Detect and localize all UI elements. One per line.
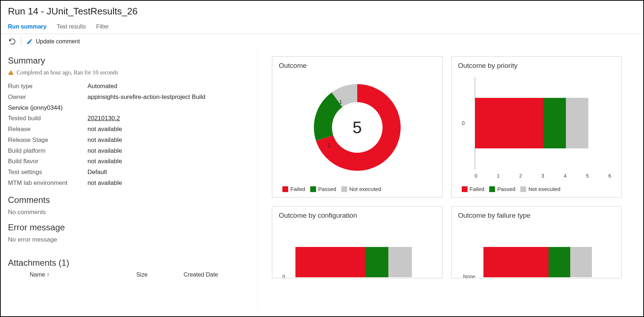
- owner-value: appinsights-surefire-action-testproject …: [88, 92, 205, 103]
- tab-run-summary[interactable]: Run summary: [8, 23, 47, 30]
- release-label: Release: [8, 124, 88, 135]
- card-outcome-title: Outcome: [279, 62, 436, 70]
- comments-body: No comments: [8, 209, 250, 216]
- donut-total: 5: [353, 118, 362, 137]
- release-stage-label: Release Stage: [8, 135, 88, 146]
- build-flavor-label: Build flavor: [8, 156, 88, 167]
- run-type-label: Run type: [8, 81, 88, 92]
- donut-chart[interactable]: 5 3 1 1: [292, 73, 422, 182]
- error-heading: Error message: [8, 222, 250, 233]
- owner-label: Owner: [8, 92, 88, 103]
- tab-bar: Run summary Test results Filter: [1, 20, 643, 34]
- build-flavor-value: not available: [88, 156, 122, 167]
- comments-heading: Comments: [8, 195, 250, 205]
- sort-asc-icon: ↑: [47, 272, 50, 278]
- bar-chart-config[interactable]: 0: [279, 223, 436, 278]
- card-outcome-priority: Outcome by priority 0 0123456: [451, 56, 622, 197]
- legend-passed[interactable]: Passed: [489, 186, 515, 192]
- bar-chart-failure[interactable]: None: [458, 223, 615, 278]
- run-type-value: Automated: [88, 81, 117, 92]
- col-name[interactable]: Name ↑: [30, 272, 50, 278]
- config-ycat: 0: [282, 274, 285, 278]
- failure-ycat: None: [463, 274, 475, 278]
- col-size[interactable]: Size: [136, 272, 148, 278]
- attachments-heading: Attachments (1): [8, 258, 250, 268]
- refresh-icon[interactable]: [9, 38, 16, 45]
- card-outcome: Outcome 5 3 1: [272, 56, 443, 197]
- release-stage-value: not available: [88, 135, 122, 146]
- card-outcome-config-title: Outcome by configuration: [279, 212, 436, 220]
- owner-value-line2: Service (jonny0344): [8, 103, 250, 113]
- card-outcome-config: Outcome by configuration 0: [272, 206, 443, 278]
- legend-failed[interactable]: Failed: [462, 186, 485, 192]
- test-settings-label: Test settings: [8, 167, 88, 178]
- priority-ycat: 0: [462, 120, 465, 126]
- update-comment-label: Update comment: [36, 38, 80, 45]
- priority-xaxis: 0123456: [475, 173, 611, 179]
- donut-label-failed: 3: [389, 140, 392, 147]
- right-pane: Outcome 5 3 1: [257, 49, 643, 311]
- mtm-value: not available: [88, 178, 122, 188]
- error-body: No error message: [8, 236, 250, 243]
- tested-build-label: Tested build: [8, 113, 88, 124]
- legend-outcome: Failed Passed Not executed: [279, 186, 436, 192]
- legend-failed[interactable]: Failed: [282, 186, 305, 192]
- build-platform-value: not available: [88, 146, 122, 156]
- release-value: not available: [88, 124, 122, 135]
- status-text: Completed an hour ago, Ran for 10 second…: [17, 69, 118, 76]
- toolbar-separator: [21, 38, 21, 45]
- warning-icon: [8, 70, 14, 75]
- page-title: Run 14 - JUnit_TestResults_26: [8, 6, 636, 17]
- bar-chart-priority[interactable]: 0 0123456: [458, 73, 615, 182]
- tab-test-results[interactable]: Test results: [57, 23, 86, 30]
- build-platform-label: Build platform: [8, 146, 88, 156]
- tested-build-link[interactable]: 20210130.2: [88, 113, 120, 124]
- card-outcome-failure: Outcome by failure type None: [451, 206, 622, 278]
- status-line: Completed an hour ago, Ran for 10 second…: [8, 69, 250, 76]
- legend-passed[interactable]: Passed: [310, 186, 336, 192]
- toolbar: Update comment: [1, 34, 643, 49]
- col-created[interactable]: Created Date: [184, 272, 218, 278]
- test-settings-value: Default: [88, 167, 107, 178]
- legend-not-executed[interactable]: Not executed: [341, 186, 381, 192]
- donut-label-notexec: 1: [339, 99, 342, 105]
- legend-priority: Failed Passed Not executed: [458, 186, 615, 192]
- card-outcome-priority-title: Outcome by priority: [458, 62, 615, 70]
- attachments-hscroll[interactable]: [8, 279, 250, 286]
- tab-filter[interactable]: Filter: [96, 23, 109, 30]
- mtm-label: MTM lab environment: [8, 178, 88, 188]
- card-outcome-failure-title: Outcome by failure type: [458, 212, 615, 220]
- update-comment-button[interactable]: Update comment: [26, 38, 80, 45]
- left-pane[interactable]: Summary Completed an hour ago, Ran for 1…: [1, 49, 257, 311]
- attachments-columns: Name ↑ Size Created Date: [8, 272, 250, 278]
- summary-heading: Summary: [8, 56, 250, 66]
- pencil-icon: [26, 38, 33, 45]
- legend-not-executed[interactable]: Not executed: [520, 186, 560, 192]
- donut-label-passed: 1: [328, 142, 330, 148]
